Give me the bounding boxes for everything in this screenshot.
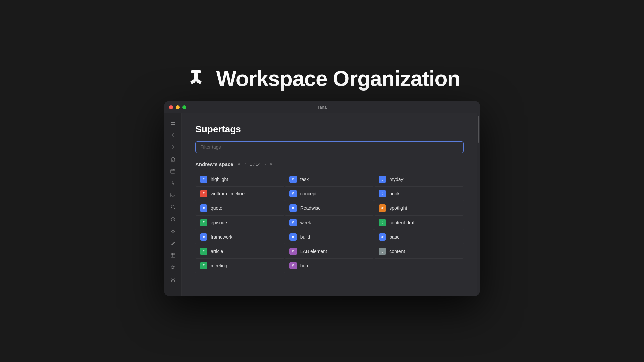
sidebar-item-toggle[interactable] xyxy=(168,117,178,128)
calendar-button[interactable] xyxy=(168,166,178,176)
svg-line-29 xyxy=(173,279,174,279)
tag-label: build xyxy=(300,234,310,240)
tag-label: highlight xyxy=(211,177,228,182)
tag-item[interactable]: #wolfram timeline xyxy=(195,187,285,201)
tag-icon: # xyxy=(379,248,386,255)
tag-item[interactable]: #book xyxy=(374,187,464,201)
search-button[interactable] xyxy=(168,202,178,213)
svg-point-23 xyxy=(172,279,174,280)
svg-rect-1 xyxy=(194,73,198,81)
tag-icon: # xyxy=(289,176,297,183)
svg-rect-5 xyxy=(171,122,175,123)
last-page-button[interactable]: » xyxy=(269,161,274,167)
tag-item[interactable]: #hub xyxy=(285,259,374,273)
tag-label: meeting xyxy=(211,263,227,268)
section-title: Andrew's space xyxy=(195,161,233,167)
tag-item[interactable]: #week xyxy=(285,216,374,230)
hero-section: Workspace Organization xyxy=(184,66,460,91)
tag-label: hub xyxy=(300,263,308,268)
tag-item[interactable]: #concept xyxy=(285,187,374,201)
svg-rect-19 xyxy=(171,253,175,257)
tag-icon: # xyxy=(289,248,297,255)
tag-item[interactable]: #episode xyxy=(195,216,285,230)
svg-rect-4 xyxy=(171,121,175,121)
tag-label: myday xyxy=(389,177,403,182)
tag-label: task xyxy=(300,177,309,182)
page-title: Supertags xyxy=(195,124,464,135)
tag-item[interactable]: #LAB element xyxy=(285,244,374,259)
main-layout: Supertags Andrew's space « ‹ 1 / 14 › » … xyxy=(164,113,480,296)
tag-item[interactable]: #Readwise xyxy=(285,201,374,216)
svg-line-14 xyxy=(174,181,174,185)
tag-label: base xyxy=(389,234,399,240)
tag-label: framework xyxy=(211,234,232,240)
svg-line-31 xyxy=(173,280,174,281)
tag-label: quote xyxy=(211,205,222,211)
tag-label: LAB element xyxy=(300,249,327,254)
graph-button[interactable] xyxy=(168,274,178,285)
svg-rect-7 xyxy=(171,169,175,173)
tag-icon: # xyxy=(289,233,297,241)
tag-icon: # xyxy=(379,233,386,241)
tag-icon: # xyxy=(379,204,386,212)
ai-button[interactable] xyxy=(168,226,178,237)
close-button[interactable] xyxy=(169,105,173,109)
pin-button[interactable] xyxy=(168,262,178,273)
edit-button[interactable] xyxy=(168,238,178,249)
tag-item[interactable]: #quote xyxy=(195,201,285,216)
tag-icon: # xyxy=(200,190,207,197)
tag-label: concept xyxy=(300,191,317,196)
tag-item[interactable]: #myday xyxy=(374,172,464,187)
tag-icon: # xyxy=(289,262,297,269)
tag-icon: # xyxy=(289,204,297,212)
tag-item[interactable]: #highlight xyxy=(195,172,285,187)
home-button[interactable] xyxy=(168,154,178,164)
tag-label: article xyxy=(211,249,223,254)
tag-label: book xyxy=(389,191,399,196)
tag-item[interactable]: #article xyxy=(195,244,285,259)
sidebar xyxy=(164,113,182,296)
tag-item[interactable]: #task xyxy=(285,172,374,187)
inbox-button[interactable] xyxy=(168,190,178,200)
pagination-info: 1 / 14 xyxy=(248,162,262,167)
first-page-button[interactable]: « xyxy=(237,161,242,167)
tag-icon: # xyxy=(289,190,297,197)
hashtag-button[interactable] xyxy=(168,178,178,188)
tags-grid: #highlight#task#myday#wolfram timeline#c… xyxy=(195,172,464,273)
tag-item[interactable]: #base xyxy=(374,230,464,244)
tag-label: content draft xyxy=(389,220,416,225)
tag-item[interactable]: #content draft xyxy=(374,216,464,230)
svg-line-28 xyxy=(172,279,172,279)
svg-rect-6 xyxy=(171,124,175,125)
prev-page-button[interactable]: ‹ xyxy=(243,161,247,167)
minimize-button[interactable] xyxy=(176,105,180,109)
next-page-button[interactable]: › xyxy=(263,161,267,167)
tag-icon: # xyxy=(200,176,207,183)
content-area: Supertags Andrew's space « ‹ 1 / 14 › » … xyxy=(182,113,477,296)
tag-icon: # xyxy=(289,219,297,226)
traffic-lights xyxy=(169,105,186,109)
tag-item[interactable]: #build xyxy=(285,230,374,244)
table-button[interactable] xyxy=(168,250,178,261)
tag-item[interactable]: #framework xyxy=(195,230,285,244)
tag-item[interactable]: #meeting xyxy=(195,259,285,273)
window-title: Tana xyxy=(317,105,327,110)
scrollbar-track[interactable] xyxy=(477,113,480,296)
tag-item[interactable]: #spotlight xyxy=(374,201,464,216)
tag-label: week xyxy=(300,220,311,225)
tag-icon: # xyxy=(200,219,207,226)
forward-button[interactable] xyxy=(168,141,178,152)
fullscreen-button[interactable] xyxy=(182,105,186,109)
app-window: Tana xyxy=(164,101,480,296)
tag-icon: # xyxy=(200,248,207,255)
tag-item[interactable]: #content xyxy=(374,244,464,259)
hero-title: Workspace Organization xyxy=(216,66,460,91)
tag-label: content xyxy=(389,249,405,254)
pagination: « ‹ 1 / 14 › » xyxy=(237,161,274,167)
tag-icon: # xyxy=(379,190,386,197)
back-button[interactable] xyxy=(168,129,178,140)
scrollbar-thumb[interactable] xyxy=(478,116,479,143)
svg-line-13 xyxy=(172,181,172,185)
filter-tags-input[interactable] xyxy=(195,141,464,153)
history-button[interactable] xyxy=(168,214,178,225)
